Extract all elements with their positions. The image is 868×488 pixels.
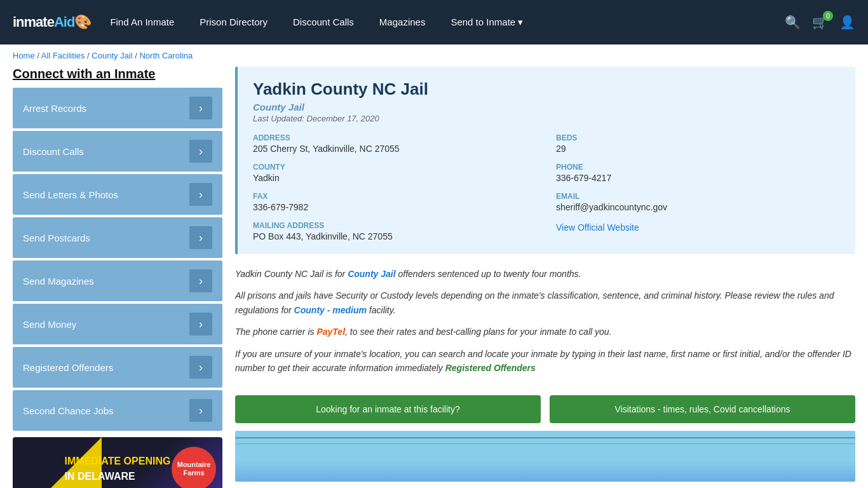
breadcrumb-county-jail[interactable]: County Jail (92, 51, 132, 60)
sidebar-item-send-money[interactable]: Send Money › (13, 304, 222, 344)
county-medium-link[interactable]: County - medium (294, 305, 367, 315)
sidebar-item-send-letters[interactable]: Send Letters & Photos › (13, 174, 222, 215)
sidebar-item-send-postcards[interactable]: Send Postcards › (13, 217, 222, 258)
fax-block: FAX 336-679-7982 (253, 192, 537, 212)
county-jail-link[interactable]: County Jail (348, 269, 395, 279)
user-icon[interactable]: 👤 (839, 15, 855, 30)
paytel-link[interactable]: PayTel (316, 327, 345, 337)
county-block: COUNTY Yadkin (253, 163, 537, 183)
looking-for-inmate-button[interactable]: Looking for an inmate at this facility? (235, 395, 541, 423)
desc-p1: Yadkin County NC Jail is for County Jail… (235, 267, 855, 281)
sidebar-item-second-chance[interactable]: Second Chance Jobs › (13, 390, 222, 431)
desc-p4: If you are unsure of your inmate's locat… (235, 347, 855, 376)
facility-description: Yadkin County NC Jail is for County Jail… (235, 264, 855, 385)
ad-banner[interactable]: IMMEDIATE OPENING IN DELAWARE MountaireF… (13, 437, 222, 488)
breadcrumb-state[interactable]: North Carolina (139, 51, 193, 60)
arrow-icon: › (189, 356, 212, 379)
nav-send-to-inmate[interactable]: Send to Inmate ▾ (451, 17, 523, 28)
visitations-button[interactable]: Visitations - times, rules, Covid cancel… (550, 395, 855, 423)
facility-updated: Last Updated: December 17, 2020 (253, 114, 840, 123)
cart-icon[interactable]: 🛒 0 (812, 15, 828, 30)
sidebar-item-send-magazines[interactable]: Send Magazines › (13, 261, 222, 301)
nav-right: 🔍 🛒 0 👤 (785, 15, 855, 30)
arrow-icon: › (189, 140, 212, 163)
nav-links: Find An Inmate Prison Directory Discount… (110, 17, 785, 28)
nav-discount-calls[interactable]: Discount Calls (293, 17, 354, 28)
facility-title: Yadkin County NC Jail (253, 79, 840, 99)
nav-magazines[interactable]: Magazines (379, 17, 426, 28)
phone-block: PHONE 336-679-4217 (556, 163, 840, 183)
breadcrumb: Home / All Facilities / County Jail / No… (0, 44, 868, 67)
breadcrumb-all-facilities[interactable]: All Facilities (41, 51, 85, 60)
facility-type: County Jail (253, 102, 840, 112)
facility-card: Yadkin County NC Jail County Jail Last U… (235, 67, 855, 254)
logo[interactable]: inmateAid🎨 (13, 14, 91, 30)
website-block: View Official Website (556, 221, 840, 241)
email-block: EMAIL sheriff@yadkincountync.gov (556, 192, 840, 212)
navbar: inmateAid🎨 Find An Inmate Prison Directo… (0, 0, 868, 44)
cart-badge: 0 (823, 11, 833, 21)
arrow-icon: › (189, 399, 212, 422)
arrow-icon: › (189, 269, 212, 292)
desc-p3: The phone carrier is PayTel, to see thei… (235, 325, 855, 339)
desc-p2: All prisons and jails have Security or C… (235, 288, 855, 317)
registered-offenders-link[interactable]: Registered Offenders (445, 363, 536, 373)
facility-photo (235, 431, 855, 482)
arrow-icon: › (189, 226, 212, 249)
page-layout: Connect with an Inmate Arrest Records › … (0, 67, 868, 488)
address-block: ADDRESS 205 Cherry St, Yadkinville, NC 2… (253, 133, 537, 154)
action-buttons: Looking for an inmate at this facility? … (235, 395, 855, 423)
sidebar: Connect with an Inmate Arrest Records › … (13, 67, 222, 488)
breadcrumb-home[interactable]: Home (13, 51, 35, 60)
nav-prison-directory[interactable]: Prison Directory (200, 17, 268, 28)
nav-find-inmate[interactable]: Find An Inmate (110, 17, 174, 28)
search-icon[interactable]: 🔍 (785, 15, 801, 30)
sidebar-item-registered-offenders[interactable]: Registered Offenders › (13, 347, 222, 388)
sidebar-item-discount-calls[interactable]: Discount Calls › (13, 131, 222, 172)
arrow-icon: › (189, 313, 212, 336)
official-website-link[interactable]: View Official Website (556, 222, 639, 233)
ad-logo: MountaireFarms (172, 447, 216, 488)
info-grid: ADDRESS 205 Cherry St, Yadkinville, NC 2… (253, 133, 840, 241)
mailing-block: MAILING ADDRESS PO Box 443, Yadkinville,… (253, 221, 537, 241)
sidebar-item-arrest-records[interactable]: Arrest Records › (13, 88, 222, 128)
main-content: Yadkin County NC Jail County Jail Last U… (235, 67, 855, 488)
arrow-icon: › (189, 97, 212, 119)
beds-block: BEDS 29 (556, 133, 840, 154)
arrow-icon: › (189, 183, 212, 206)
sidebar-heading: Connect with an Inmate (13, 67, 222, 81)
